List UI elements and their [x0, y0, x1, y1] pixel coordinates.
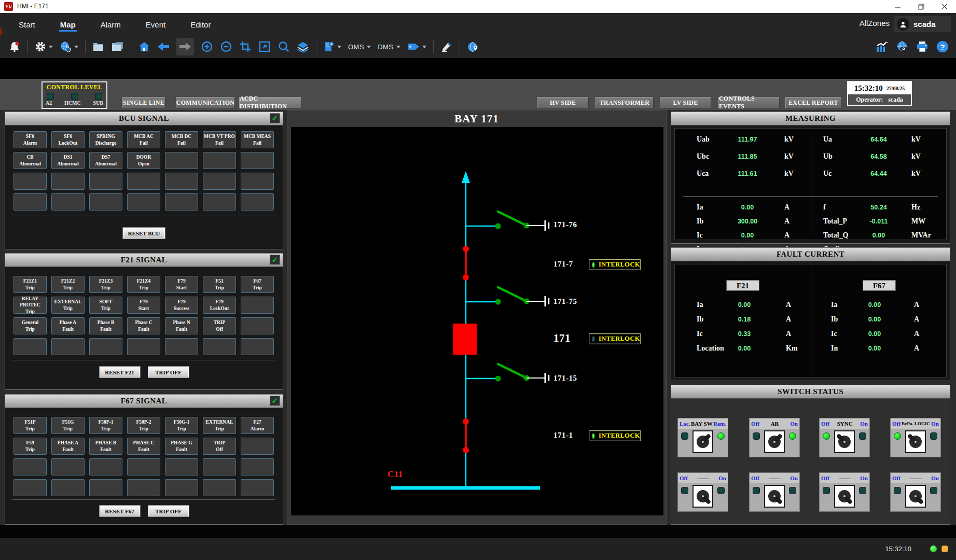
measure-unit: A	[761, 315, 811, 324]
layers-button[interactable]	[297, 39, 309, 54]
gear-icon	[35, 41, 46, 52]
f21-check-icon[interactable]	[270, 255, 280, 265]
switch-on-label: On	[790, 475, 798, 481]
signal-cell: F21Z4 Trip	[127, 276, 160, 293]
tab-single-line[interactable]: SINGLE LINE	[122, 97, 165, 108]
measure-value: 111.61	[729, 170, 766, 177]
measure-label: Uca	[697, 170, 729, 178]
bcu-check-icon[interactable]	[270, 113, 280, 123]
network-settings-dropdown-button[interactable]	[60, 39, 78, 54]
control-switch-bay-sw[interactable]: Loc.BAY SWRem.	[677, 418, 728, 457]
close-button[interactable]	[933, 0, 956, 13]
reset-bcu-button[interactable]: RESET BCU	[122, 227, 166, 239]
control-switch-spare-1[interactable]: Off------On	[677, 472, 728, 512]
crop-region-button[interactable]	[239, 39, 252, 54]
earth-switch-label: 171-75	[553, 297, 577, 306]
crop-icon	[240, 41, 251, 52]
menu-item-start[interactable]: Start	[18, 18, 36, 30]
control-switch-spare-3[interactable]: Off------On	[819, 472, 870, 512]
f67-check-icon[interactable]	[270, 396, 280, 406]
measure-label: Ib	[831, 315, 858, 324]
notes-dropdown-button[interactable]	[323, 39, 341, 54]
measure-row: Ub64.58kV	[812, 148, 947, 165]
tab-hv-side[interactable]: HV SIDE	[537, 97, 589, 108]
open-view-button[interactable]	[92, 39, 105, 54]
folder-copy-icon	[112, 41, 124, 52]
tab-communication[interactable]: COMMUNICATION	[176, 97, 235, 108]
menu-item-event[interactable]: Event	[145, 18, 167, 30]
menu-item-map[interactable]: Map	[59, 18, 77, 30]
draw-button[interactable]	[440, 39, 453, 54]
web-monitor-button[interactable]	[896, 39, 908, 54]
menu-item-alarm[interactable]: Alarm	[100, 18, 122, 30]
measure-unit: Km	[761, 344, 811, 353]
measure-value: 64.64	[861, 136, 897, 143]
menu-item-editor[interactable]: Editor	[189, 18, 212, 30]
help-button[interactable]: ?	[936, 39, 949, 54]
locate-button[interactable]	[467, 39, 479, 54]
trip-off-button[interactable]: TRIP OFF	[148, 366, 189, 378]
breaker-label: 171	[553, 332, 571, 345]
oms-dropdown[interactable]: OMS	[348, 39, 371, 54]
switch-on-label: On	[790, 421, 798, 427]
zoom-out-button[interactable]	[220, 39, 232, 54]
f21-chip: F21	[726, 280, 759, 291]
forward-button[interactable]	[176, 38, 194, 55]
control-switch-spare-4[interactable]: Off------On	[890, 472, 941, 512]
measure-row: Ubc111.85kV	[675, 148, 811, 165]
tab-acdc-distribution[interactable]: ACDC DISTRIBUTION	[239, 97, 302, 108]
dms-dropdown[interactable]: DMS	[378, 39, 400, 54]
interlock-label: INTERLOCK	[599, 261, 640, 269]
home-button[interactable]	[138, 39, 150, 54]
control-switch-spare-2[interactable]: Off------On	[749, 472, 800, 512]
user-chip[interactable]: scada	[894, 16, 951, 32]
f21-panel-title: F21 SIGNAL	[121, 256, 167, 264]
zone-selector[interactable]: AllZones	[860, 19, 890, 27]
trends-button[interactable]	[876, 39, 888, 54]
f67-fault-column: F67 Ia0.00AIb0.00AIc0.00AIn0.00A	[812, 280, 947, 356]
control-switch-ar[interactable]: OffAROn	[749, 418, 800, 457]
clock-box: 15:32:10 27/08/25 Operator: scada	[847, 81, 912, 106]
switch-on-label: On	[931, 475, 939, 481]
print-button[interactable]	[916, 39, 929, 54]
measure-unit: kV	[766, 152, 811, 161]
rotary-knob-icon	[834, 485, 855, 508]
switch-left-led	[681, 432, 688, 440]
zoom-in-button[interactable]	[201, 39, 213, 54]
maximize-button[interactable]	[909, 0, 933, 13]
led-a2	[47, 93, 54, 100]
tab-controls-events[interactable]: CONTROLS EVENTS	[718, 97, 780, 108]
fit-screen-button[interactable]	[258, 39, 271, 54]
copy-view-button[interactable]	[112, 39, 124, 54]
reset-f67-button[interactable]: RESET F67	[99, 505, 141, 517]
control-switch-bypa-logic[interactable]: OffByPa. LOGICOn	[890, 418, 941, 457]
level-hcmc-label: HCMC	[64, 100, 81, 106]
tab-transformer[interactable]: TRANSFORMER	[595, 97, 654, 108]
alarm-bell-button[interactable]	[8, 39, 21, 54]
signal-cell-empty	[241, 173, 274, 190]
tab-lv-side[interactable]: LV SIDE	[660, 97, 711, 108]
divider	[811, 133, 811, 235]
control-switch-sync[interactable]: OffSYNCOn	[819, 418, 870, 457]
measure-unit: A	[891, 315, 947, 324]
f21-fault-rows: Ia0.00AIb0.18AIc0.33ALocation0.00Km	[675, 298, 811, 356]
clock-time: 15:32:10	[854, 84, 883, 93]
search-map-button[interactable]	[278, 39, 290, 54]
signal-cell: F50P-2 Trip	[127, 417, 160, 434]
switch-name: SYNC	[837, 421, 853, 427]
interlock-button-3[interactable]: INTERLOCK	[589, 430, 641, 441]
tab-excel-report[interactable]: EXCEL REPORT	[785, 97, 841, 108]
expand-icon	[259, 41, 270, 52]
f67-signal-panel: F67 SIGNAL F51P TripF51G TripF50P-1 Trip…	[5, 394, 283, 525]
reset-f21-button[interactable]: RESET F21	[99, 366, 141, 378]
tag-dropdown-button[interactable]	[407, 39, 426, 54]
back-button[interactable]	[157, 39, 170, 54]
interlock-button-1[interactable]: INTERLOCK	[589, 259, 641, 270]
trip-off-button[interactable]: TRIP OFF	[148, 505, 189, 517]
settings-dropdown-button[interactable]	[35, 39, 53, 54]
measure-unit: kV	[897, 152, 947, 161]
interlock-button-2[interactable]: INTERLOCK	[589, 333, 641, 344]
minimize-button[interactable]	[886, 0, 909, 13]
globe-gear-icon	[60, 41, 72, 53]
arrow-right-icon	[179, 41, 191, 52]
